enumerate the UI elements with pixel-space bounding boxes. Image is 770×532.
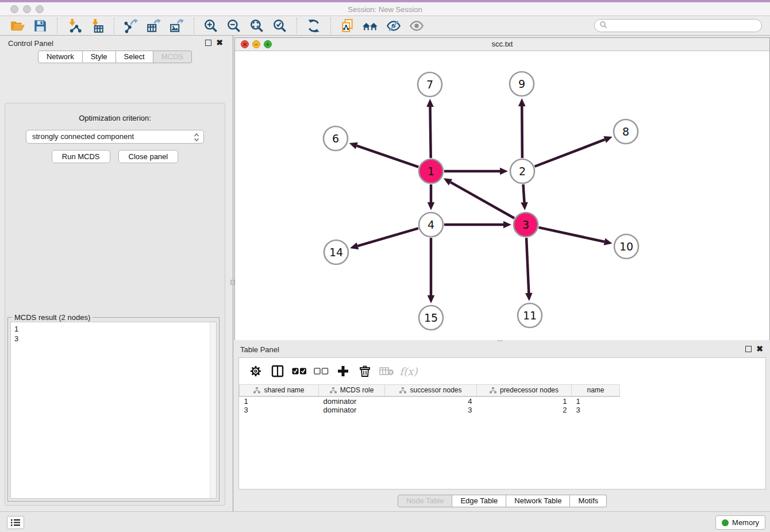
zoom-fit-icon[interactable] [248,18,265,34]
network-view-titlebar[interactable]: ✕ − + scc.txt [235,38,769,51]
gear-icon[interactable] [248,364,263,379]
node-table: shared name MCDS role successor nodes pr… [239,384,765,415]
column-type-icon [399,387,406,394]
cell-name[interactable]: 1 [572,396,620,406]
import-network-icon[interactable] [66,18,83,34]
table-panel: Table Panel ✖ [234,342,770,511]
zoom-out-icon[interactable] [225,18,242,34]
network-canvas[interactable]: 7968124314101511 [235,51,769,340]
toolbar-separator [297,18,297,34]
column-type-icon [330,387,337,394]
mcds-result-group: MCDS result (2 nodes) 1 3 [7,317,220,502]
tab-select[interactable]: Select [116,51,153,63]
select-stepper-icon [194,133,199,142]
save-session-icon[interactable] [32,18,49,34]
column-mcds-role[interactable]: MCDS role [319,385,385,396]
control-panel: Control Panel ✖ Network Style Select MCD… [0,36,230,511]
mcds-panel: Optimization criterion: strongly connect… [5,103,225,506]
export-image-icon[interactable] [168,18,186,34]
unchecked-boxes-icon[interactable] [314,364,329,379]
network-view-window: ✕ − + scc.txt 7968124314101511 [234,37,770,340]
zoom-in-icon[interactable] [202,18,220,34]
show-eye-icon [408,18,425,34]
refresh-icon[interactable] [305,18,322,34]
tab-mcds[interactable]: MCDS [153,51,192,63]
column-shared-name[interactable]: shared name [240,385,319,396]
cell-mcds-role[interactable]: dominator [319,396,385,406]
task-history-button[interactable] [7,516,24,529]
optimization-criterion-select[interactable]: strongly connected component [26,130,204,144]
graph-node-label: 2 [519,165,526,178]
cell-predecessor-nodes[interactable]: 1 [477,396,572,406]
mcds-result-title: MCDS result (2 nodes) [12,313,93,322]
graph-node-label: 14 [329,246,343,259]
graph-node-label: 4 [428,218,434,231]
column-successor-nodes[interactable]: successor nodes [385,385,477,396]
graph-node-label: 10 [619,240,633,253]
status-bar: Memory [0,511,770,532]
tab-node-table[interactable]: Node Table [398,495,453,507]
column-type-icon [490,387,496,394]
function-icon: f(x) [401,364,416,379]
search-input[interactable] [594,19,762,32]
memory-button[interactable]: Memory [715,515,765,530]
control-panel-tabs: Network Style Select MCDS [0,51,230,63]
titlebar: Session: New Session [0,2,770,16]
vertical-splitter[interactable] [230,36,234,511]
mcds-result-scrollbar[interactable] [210,322,216,498]
column-predecessor-nodes[interactable]: predecessor nodes [477,385,572,396]
graph-node-label: 8 [622,125,629,138]
table-tabs: Node Table Edge Table Network Table Moti… [234,495,770,507]
cell-shared-name[interactable]: 1 [240,396,319,406]
cell-name[interactable]: 3 [572,406,620,415]
network-view-title: scc.txt [235,40,769,48]
tab-network-table[interactable]: Network Table [506,495,570,507]
main-toolbar [0,16,770,36]
cell-predecessor-nodes[interactable]: 2 [477,406,572,415]
tab-network[interactable]: Network [38,51,83,63]
graph-node-label: 15 [424,311,438,324]
cell-shared-name[interactable]: 3 [240,406,319,415]
delete-icon[interactable] [357,364,372,379]
table-row[interactable]: 1 dominator 4 1 1 [240,396,766,406]
tab-edge-table[interactable]: Edge Table [452,495,506,507]
column-type-icon [253,387,260,394]
toolbar-separator [114,18,114,34]
duplicate-network-icon[interactable] [339,18,356,34]
toolbar-separator [194,18,194,34]
hide-eye-icon[interactable] [385,18,402,34]
add-icon[interactable] [336,364,351,379]
cell-mcds-role[interactable]: dominator [319,406,385,415]
table-header-filler [620,385,766,396]
table-row[interactable]: 3 dominator 3 2 3 [240,406,766,415]
float-panel-icon[interactable] [205,40,211,46]
table-panel-title: Table Panel [240,345,279,354]
checked-boxes-icon[interactable] [292,364,307,379]
tab-style[interactable]: Style [83,51,116,63]
split-columns-icon[interactable] [270,364,285,379]
list-icon [11,519,20,526]
close-panel-icon[interactable]: ✖ [216,38,223,47]
table-header-row: shared name MCDS role successor nodes pr… [240,385,766,396]
tab-motifs[interactable]: Motifs [570,495,607,507]
search-icon [599,21,607,30]
close-table-panel-icon[interactable]: ✖ [756,345,763,353]
open-session-icon[interactable] [9,18,26,34]
memory-status-icon [722,519,729,526]
network-graph[interactable]: 7968124314101511 [235,51,769,340]
import-table-icon[interactable] [88,18,106,34]
window-title: Session: New Session [0,5,770,14]
cell-successor-nodes[interactable]: 3 [385,406,477,415]
float-table-panel-icon[interactable] [745,346,752,352]
graph-node-label: 7 [426,78,433,91]
close-panel-button[interactable]: Close panel [118,150,179,163]
mcds-result-text[interactable]: 1 3 [10,322,217,499]
homes-icon[interactable] [362,18,379,34]
zoom-selected-icon[interactable] [271,18,288,34]
run-mcds-button[interactable]: Run MCDS [52,150,110,163]
export-network-icon[interactable] [122,18,140,34]
optimization-criterion-label: Optimization criterion: [5,114,225,122]
column-name[interactable]: name [572,385,620,396]
export-table-icon[interactable] [145,18,163,34]
cell-successor-nodes[interactable]: 4 [385,396,477,406]
